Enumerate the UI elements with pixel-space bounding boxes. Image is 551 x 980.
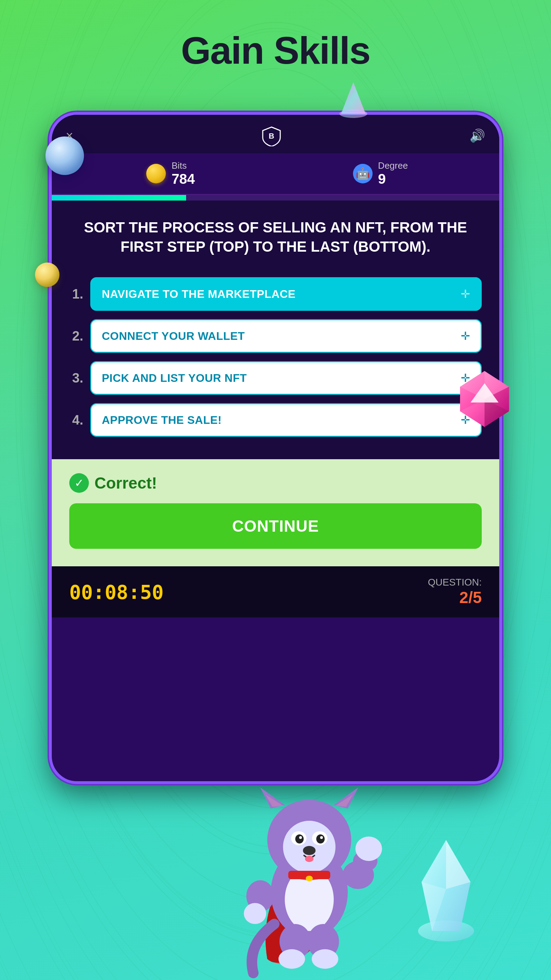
progress-bar [52,195,499,200]
correct-badge: ✓ Correct! [69,473,482,493]
deco-sphere-blue [46,137,84,175]
svg-point-29 [305,856,313,862]
degree-label: Degree [378,160,408,171]
deco-sphere-gold [35,262,59,287]
degree-stat: Degree 9 [276,160,486,187]
bottom-bar: 00:08:50 QUESTION: 2/5 [52,566,499,617]
answer-number-3: 3. [69,371,83,386]
svg-text:B: B [269,132,274,140]
timer: 00:08:50 [69,581,164,603]
deco-cone [338,81,369,119]
answer-button-3[interactable]: PICK AND LIST YOUR NFT ✛ [90,361,482,395]
svg-point-31 [306,876,313,881]
answer-text-2: CONNECT YOUR WALLET [102,330,245,343]
stats-bar: Bits 784 Degree 9 [52,153,499,195]
answer-text-3: PICK AND LIST YOUR NFT [102,372,247,385]
answer-row-4: 4. APPROVE THE SALE! ✛ [69,403,482,437]
top-bar: × B 🔊 [52,115,499,153]
bits-stat: Bits 784 [66,160,276,187]
page-title: Gain Skills [0,28,551,72]
answer-row-2: 2. CONNECT YOUR WALLET ✛ [69,319,482,353]
answer-button-2[interactable]: CONNECT YOUR WALLET ✛ [90,319,482,353]
deco-crystal [411,833,481,945]
question-area: SORT THE PROCESS OF SELLING AN NFT, FROM… [52,200,499,270]
svg-point-26 [299,836,302,839]
svg-marker-11 [446,840,470,889]
question-counter: QUESTION: 2/5 [428,577,482,607]
bits-icon [146,164,166,183]
question-counter-label: QUESTION: [428,577,482,588]
svg-point-24 [295,834,304,843]
mascot-dog [225,777,393,980]
answer-number-1: 1. [69,286,83,302]
correct-panel: ✓ Correct! CONTINUE [52,459,499,566]
app-logo: B [261,125,282,146]
svg-point-39 [278,949,305,969]
degree-icon [353,164,373,183]
sound-button[interactable]: 🔊 [470,129,485,143]
question-counter-value: 2/5 [459,589,482,606]
answers-area: 1. NAVIGATE TO THE MARKETPLACE ✛ 2. CONN… [52,270,499,459]
question-text: SORT THE PROCESS OF SELLING AN NFT, FROM… [69,218,482,256]
continue-button[interactable]: CONTINUE [69,503,482,549]
progress-fill [52,195,186,200]
svg-point-34 [356,837,382,861]
svg-point-25 [316,834,325,843]
answer-button-1[interactable]: NAVIGATE TO THE MARKETPLACE ✛ [90,277,482,311]
answer-row-1: 1. NAVIGATE TO THE MARKETPLACE ✛ [69,277,482,311]
answer-number-4: 4. [69,413,83,428]
svg-point-28 [303,846,316,855]
correct-label: Correct! [94,474,157,492]
drag-icon-2: ✛ [461,329,470,343]
svg-point-27 [320,836,323,839]
phone-frame: × B 🔊 Bits 784 Degree 9 [49,112,502,784]
bits-label: Bits [171,160,195,171]
correct-check-icon: ✓ [69,473,89,493]
svg-point-36 [244,903,266,924]
answer-row-3: 3. PICK AND LIST YOUR NFT ✛ [69,361,482,395]
answer-text-4: APPROVE THE SALE! [102,414,222,426]
degree-value: 9 [378,171,408,187]
answer-button-4[interactable]: APPROVE THE SALE! ✛ [90,403,482,437]
svg-marker-1 [341,82,365,114]
svg-point-40 [312,949,338,969]
drag-icon-1: ✛ [461,287,470,301]
deco-gem [453,368,516,431]
answer-text-1: NAVIGATE TO THE MARKETPLACE [102,288,295,301]
answer-number-2: 2. [69,329,83,344]
bits-value: 784 [171,171,195,187]
